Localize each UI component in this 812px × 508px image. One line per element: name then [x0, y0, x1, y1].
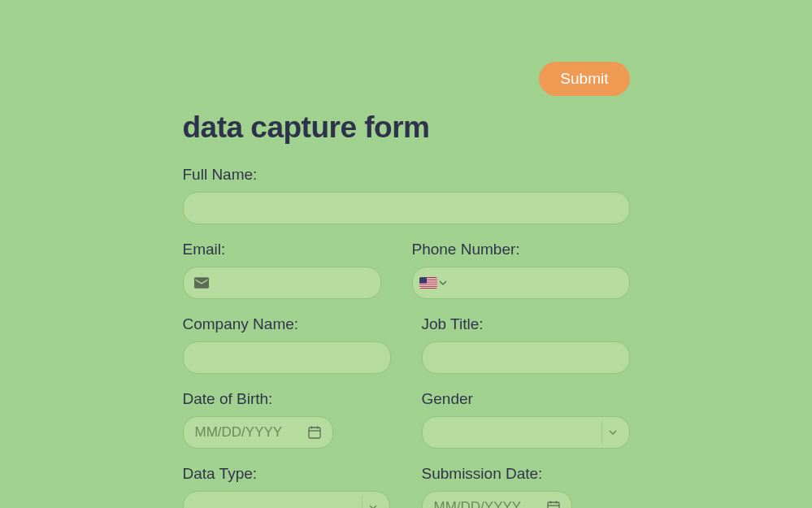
chevron-down-icon — [362, 496, 384, 508]
submission-date-input[interactable]: MM/DD/YYYY — [422, 491, 572, 508]
phone-input-wrap[interactable] — [412, 267, 630, 299]
chevron-down-icon — [439, 279, 447, 287]
svg-rect-5 — [419, 285, 437, 286]
job-title-input[interactable] — [422, 341, 630, 374]
email-label: Email: — [183, 241, 381, 258]
dob-placeholder: MM/DD/YYYY — [195, 424, 283, 441]
submit-button[interactable]: Submit — [539, 62, 629, 96]
gender-label: Gender — [422, 390, 630, 408]
submission-date-label: Submission Date: — [422, 465, 630, 483]
email-input[interactable] — [183, 267, 381, 299]
country-flag-dropdown[interactable] — [419, 277, 447, 289]
full-name-label: Full Name: — [183, 166, 630, 184]
svg-rect-4 — [419, 284, 437, 284]
dob-label: Date of Birth: — [183, 390, 391, 408]
data-type-select[interactable] — [183, 491, 390, 508]
job-title-label: Job Title: — [422, 315, 630, 333]
us-flag-icon — [419, 277, 437, 289]
company-label: Company Name: — [183, 315, 391, 333]
chevron-down-icon — [601, 421, 624, 444]
phone-input[interactable] — [450, 267, 618, 298]
data-type-label: Data Type: — [183, 465, 391, 483]
full-name-input[interactable] — [183, 192, 630, 224]
dob-input[interactable]: MM/DD/YYYY — [183, 416, 333, 449]
phone-label: Phone Number: — [412, 241, 630, 258]
page-title: data capture form — [183, 111, 630, 145]
svg-rect-7 — [419, 277, 427, 284]
svg-rect-6 — [419, 287, 437, 288]
calendar-icon — [547, 501, 560, 508]
company-input[interactable] — [183, 341, 391, 374]
calendar-icon — [308, 426, 321, 439]
submission-date-placeholder: MM/DD/YYYY — [434, 499, 522, 508]
gender-select[interactable] — [422, 416, 630, 449]
svg-rect-8 — [309, 428, 320, 438]
